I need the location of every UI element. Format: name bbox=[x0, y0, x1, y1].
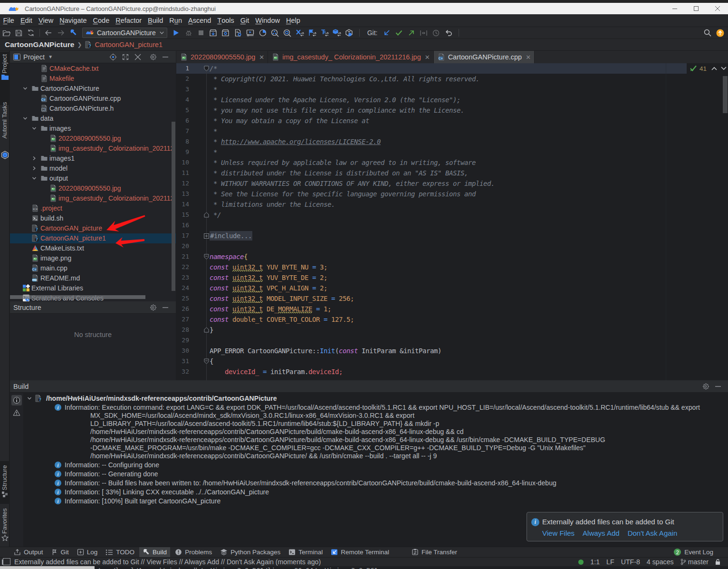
tree-chevron-icon[interactable] bbox=[23, 116, 30, 121]
line-number[interactable]: 9 bbox=[176, 147, 189, 157]
line-number[interactable]: 2 bbox=[176, 74, 189, 84]
menu-git[interactable]: Git bbox=[237, 14, 252, 27]
line-number[interactable]: 27 bbox=[176, 314, 189, 325]
tree-chevron-icon[interactable] bbox=[32, 166, 39, 171]
menu-run[interactable]: Run bbox=[166, 14, 185, 27]
tab-close-icon[interactable]: ✕ bbox=[259, 54, 264, 61]
structure-panel-title[interactable]: Structure bbox=[13, 304, 41, 311]
tree-item-image-png[interactable]: image.png bbox=[10, 253, 176, 263]
locate-file-icon[interactable] bbox=[107, 51, 119, 63]
tree-item-img-casestudy-colorizationin-202112[interactable]: img_casestudy_ Colorizationin_202112 bbox=[10, 144, 176, 154]
show-info-toggle[interactable] bbox=[11, 395, 22, 405]
tree-item-img-casestudy-colorizationin-202112[interactable]: img_casestudy_ Colorizationin_202112 bbox=[10, 193, 176, 203]
toolwindow-button-file-transfer[interactable]: File Transfer bbox=[408, 547, 460, 558]
forward-icon[interactable] bbox=[55, 27, 67, 39]
line-number[interactable]: 16 bbox=[176, 220, 189, 231]
tree-item-cmakelists-txt[interactable]: CMakeLists.txt bbox=[10, 243, 176, 253]
tree-item-model[interactable]: model bbox=[10, 164, 176, 174]
line-number[interactable]: 25 bbox=[176, 293, 189, 304]
menu-navigate[interactable]: Navigate bbox=[57, 14, 90, 27]
caret-position[interactable]: 1:1 bbox=[590, 558, 600, 566]
line-number[interactable]: 1 bbox=[176, 63, 189, 74]
git-update-icon[interactable] bbox=[381, 27, 393, 39]
tree-item-output[interactable]: output bbox=[10, 174, 176, 183]
close-button[interactable] bbox=[707, 3, 728, 14]
fold-marker[interactable] bbox=[203, 63, 210, 74]
tree-item-cmakecache-txt[interactable]: CMakeCache.txt bbox=[10, 64, 176, 74]
maximize-button[interactable] bbox=[685, 3, 707, 14]
build-panel-title[interactable]: Build bbox=[13, 383, 29, 390]
tool-window-switcher-icon[interactable] bbox=[3, 558, 10, 565]
fold-marker[interactable] bbox=[203, 325, 210, 335]
git-branch[interactable]: master bbox=[680, 558, 709, 566]
git-diff-icon[interactable] bbox=[418, 27, 430, 39]
fold-marker[interactable] bbox=[203, 356, 210, 366]
menu-ascend[interactable]: Ascend bbox=[185, 14, 214, 27]
sync-icon[interactable] bbox=[25, 27, 37, 39]
tree-item-cartoongan-picture[interactable]: ?CartoonGAN_picture bbox=[10, 223, 176, 233]
toolwindow-button-log[interactable]: Log bbox=[74, 547, 101, 558]
code-text[interactable]: deviceId_ = initParam.deviceId; bbox=[210, 366, 343, 377]
tree-item-readme-md[interactable]: MDREADME.md bbox=[10, 273, 176, 283]
build-root-chevron-icon[interactable] bbox=[27, 396, 32, 401]
code-text[interactable]: { bbox=[210, 356, 213, 366]
file-encoding[interactable]: UTF-8 bbox=[621, 558, 640, 566]
code-text[interactable]: * Unless required by applicable law or a… bbox=[210, 157, 476, 168]
line-number[interactable]: 7 bbox=[176, 126, 189, 136]
line-number[interactable]: 26 bbox=[176, 304, 189, 314]
automl-tasks-icon[interactable] bbox=[0, 151, 10, 159]
tree-swap-icon[interactable] bbox=[318, 27, 331, 39]
line-number[interactable]: 21 bbox=[176, 251, 189, 262]
hexagon-clock-icon[interactable] bbox=[343, 27, 355, 39]
tree-item-cartoonganpicture-h[interactable]: HCartoonGANPicture.h bbox=[10, 104, 176, 114]
tree-item-makefile[interactable]: Makefile bbox=[10, 74, 176, 84]
editor-vertical-scrollbar[interactable] bbox=[723, 76, 728, 113]
build-info-line[interactable]: iInformation: [ 33%] Linking CXX executa… bbox=[55, 488, 269, 496]
line-number[interactable]: 3 bbox=[176, 84, 189, 95]
run-configuration-selector[interactable]: CartoonGANPicture bbox=[82, 28, 167, 38]
build-info-continuation[interactable]: /home/HwHiAiUser/mindxsdk-referenceapps/… bbox=[90, 452, 437, 460]
search-model-icon[interactable] bbox=[281, 27, 294, 39]
build-root-node[interactable]: ?/home/HwHiAiUser/mindxsdk-referenceapps… bbox=[27, 395, 277, 402]
tree-chevron-icon[interactable] bbox=[32, 126, 39, 131]
line-number[interactable]: 6 bbox=[176, 116, 189, 126]
code-text[interactable]: */ bbox=[210, 210, 221, 220]
menu-edit[interactable]: Edit bbox=[17, 14, 35, 27]
project-panel-title[interactable]: Project bbox=[23, 53, 45, 61]
status-message[interactable]: Externally added files can be added to G… bbox=[14, 558, 321, 566]
toolwindow-button-remote-terminal[interactable]: Remote Terminal bbox=[327, 547, 393, 558]
notification-action-don-t-ask-again[interactable]: Don't Ask Again bbox=[628, 529, 678, 537]
line-number[interactable]: 24 bbox=[176, 283, 189, 293]
minimize-button[interactable] bbox=[664, 3, 685, 14]
build-info-line[interactable]: iInformation: -- Build files have been w… bbox=[55, 479, 556, 487]
tree-item-external-libraries[interactable]: External Libraries bbox=[10, 283, 176, 293]
code-text[interactable]: * Copyright(C) 2021. Huawei Technologies… bbox=[210, 74, 479, 84]
tab-close-icon[interactable]: ✕ bbox=[425, 54, 430, 61]
line-number[interactable]: 29 bbox=[176, 335, 189, 346]
build-info-line[interactable]: iInformation: [100%] Built target Cartoo… bbox=[55, 497, 220, 505]
tree-item-data[interactable]: data bbox=[10, 114, 176, 124]
editor-tab-img-casestudy-colorizationin-20211216-jpg[interactable]: img_casestudy_ Colorizationin_20211216.j… bbox=[268, 51, 433, 63]
git-push-icon[interactable] bbox=[405, 27, 418, 39]
indent-size[interactable]: 4 spaces bbox=[647, 558, 674, 566]
menu-help[interactable]: Help bbox=[283, 14, 303, 27]
menu-tools[interactable]: Tools bbox=[214, 14, 237, 27]
line-number[interactable]: 12 bbox=[176, 178, 189, 189]
code-text[interactable]: } bbox=[210, 325, 213, 335]
code-text[interactable]: const uint32_t DE_MORMALIZE = 1; bbox=[210, 304, 331, 314]
notification-action-always-add[interactable]: Always Add bbox=[583, 529, 620, 537]
tree-chevron-icon[interactable] bbox=[32, 156, 39, 161]
line-number[interactable]: 15 bbox=[176, 210, 189, 220]
menu-window[interactable]: Window bbox=[252, 14, 283, 27]
code-text[interactable]: * You may obtain a copy of the License a… bbox=[210, 116, 369, 126]
expand-all-icon[interactable] bbox=[119, 51, 132, 63]
build-info-continuation[interactable]: -DCMAKE_MAKE_PROGRAM=/usr/bin/make -DCMA… bbox=[90, 444, 585, 452]
menu-build[interactable]: Build bbox=[145, 14, 166, 27]
code-text[interactable]: * bbox=[210, 147, 217, 157]
code-text[interactable]: * bbox=[210, 84, 217, 95]
menu-refactor[interactable]: Refactor bbox=[113, 14, 145, 27]
line-number[interactable]: 10 bbox=[176, 157, 189, 168]
tree-chevron-icon[interactable] bbox=[32, 176, 39, 181]
breadcrumb-file[interactable]: CartoonGAN_picture1 bbox=[95, 41, 163, 48]
line-number[interactable]: 13 bbox=[176, 189, 189, 199]
